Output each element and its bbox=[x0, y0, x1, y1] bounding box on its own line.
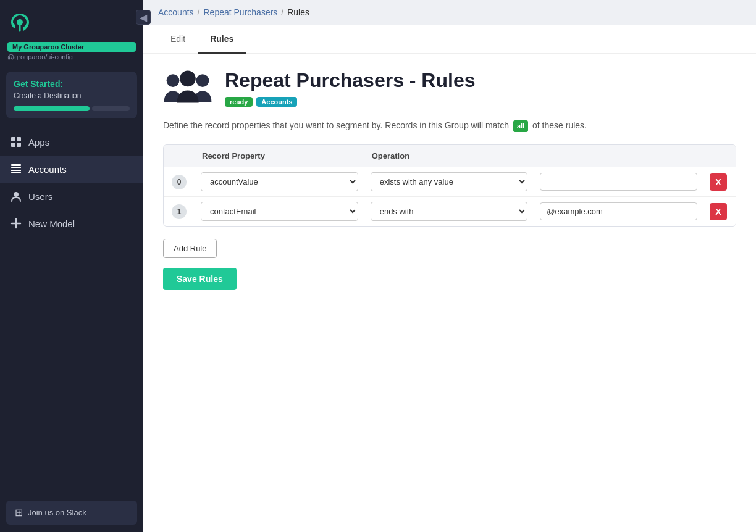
user-icon bbox=[10, 190, 22, 202]
breadcrumb: Accounts / Repeat Purchasers / Rules bbox=[143, 0, 756, 25]
svg-rect-7 bbox=[11, 170, 21, 171]
page-title-block: Repeat Purchasers - Rules ready Accounts bbox=[225, 69, 476, 107]
property-select-0[interactable]: accountValue contactEmail firstName last… bbox=[201, 172, 358, 191]
row-delete-1: X bbox=[704, 198, 736, 225]
index-badge-0: 0 bbox=[172, 175, 187, 189]
logo-icon bbox=[7, 10, 32, 35]
svg-point-9 bbox=[14, 192, 19, 197]
group-avatar-icon bbox=[163, 70, 212, 107]
breadcrumb-sep-2: / bbox=[281, 7, 284, 17]
col-header-value bbox=[534, 145, 704, 167]
get-started-card: Get Started: Create a Destination bbox=[6, 72, 137, 118]
slack-button-label: Join us on Slack bbox=[28, 508, 86, 517]
rules-table: Record Property Operation 0 accountValue… bbox=[163, 144, 736, 227]
row-property-0: accountValue contactEmail firstName last… bbox=[195, 167, 364, 196]
delete-rule-button-1[interactable]: X bbox=[710, 203, 727, 220]
plus-icon bbox=[10, 217, 22, 230]
progress-empty bbox=[92, 106, 130, 111]
svg-rect-2 bbox=[17, 137, 21, 141]
svg-rect-6 bbox=[11, 167, 21, 168]
table-row: 1 accountValue contactEmail firstName la… bbox=[164, 197, 736, 226]
page-header: Repeat Purchasers - Rules ready Accounts bbox=[163, 69, 736, 107]
row-index-1: 1 bbox=[164, 198, 195, 225]
row-property-1: accountValue contactEmail firstName last… bbox=[195, 197, 364, 226]
badge-ready: ready bbox=[225, 97, 253, 107]
value-input-1[interactable] bbox=[540, 202, 697, 220]
row-value-1 bbox=[534, 197, 704, 225]
sidebar-footer: ⊞ Join us on Slack bbox=[0, 493, 143, 532]
all-badge: all bbox=[513, 120, 528, 132]
progress-bar bbox=[14, 106, 130, 111]
col-header-index bbox=[164, 145, 195, 167]
slack-icon: ⊞ bbox=[15, 507, 23, 518]
tabs-bar: Edit Rules bbox=[143, 25, 756, 54]
sidebar-item-label-apps: Apps bbox=[28, 137, 49, 148]
sidebar-item-new-model[interactable]: New Model bbox=[0, 210, 143, 237]
svg-point-12 bbox=[167, 74, 180, 87]
table-icon bbox=[10, 163, 22, 175]
main-content: Accounts / Repeat Purchasers / Rules Edi… bbox=[143, 0, 756, 532]
save-rules-button[interactable]: Save Rules bbox=[163, 268, 237, 290]
tab-edit[interactable]: Edit bbox=[158, 25, 198, 54]
sidebar-item-accounts[interactable]: Accounts bbox=[0, 156, 143, 183]
value-input-0[interactable] bbox=[540, 173, 697, 191]
breadcrumb-sep-1: / bbox=[198, 7, 200, 17]
sidebar-item-label-users: Users bbox=[28, 191, 52, 202]
sidebar-nav: Apps Accounts Users bbox=[0, 126, 143, 493]
index-badge-1: 1 bbox=[172, 204, 187, 219]
svg-point-14 bbox=[180, 70, 196, 86]
get-started-title: Get Started: bbox=[14, 79, 130, 89]
sidebar-item-users[interactable]: Users bbox=[0, 183, 143, 210]
row-delete-0: X bbox=[704, 168, 736, 196]
svg-rect-3 bbox=[11, 143, 15, 147]
sidebar: My Grouparoo Cluster @grouparoo/ui-confi… bbox=[0, 0, 143, 532]
breadcrumb-accounts[interactable]: Accounts bbox=[158, 7, 194, 17]
content-area: Repeat Purchasers - Rules ready Accounts… bbox=[143, 54, 756, 532]
badges: ready Accounts bbox=[225, 97, 476, 107]
breadcrumb-rules: Rules bbox=[287, 7, 309, 17]
svg-point-13 bbox=[196, 74, 209, 87]
delete-rule-button-0[interactable]: X bbox=[710, 173, 727, 191]
col-header-property: Record Property bbox=[195, 145, 364, 167]
get-started-description: Create a Destination bbox=[14, 91, 130, 100]
cluster-sub: @grouparoo/ui-config bbox=[0, 53, 143, 67]
description: Define the record properties that you wa… bbox=[163, 119, 736, 132]
svg-rect-4 bbox=[17, 143, 21, 147]
sidebar-item-label-new-model: New Model bbox=[28, 218, 75, 229]
badge-accounts: Accounts bbox=[256, 97, 297, 107]
tab-rules[interactable]: Rules bbox=[198, 25, 246, 54]
grid-icon bbox=[10, 136, 22, 148]
slack-button[interactable]: ⊞ Join us on Slack bbox=[6, 501, 137, 525]
rules-table-header: Record Property Operation bbox=[164, 145, 736, 167]
sidebar-item-apps[interactable]: Apps bbox=[0, 128, 143, 156]
svg-rect-5 bbox=[11, 164, 21, 166]
property-select-1[interactable]: accountValue contactEmail firstName last… bbox=[201, 202, 358, 221]
col-header-operation: Operation bbox=[364, 145, 534, 167]
col-header-delete bbox=[704, 145, 736, 167]
add-rule-button[interactable]: Add Rule bbox=[163, 239, 217, 258]
svg-rect-1 bbox=[11, 137, 15, 141]
row-operation-0: exists with any value equals does not eq… bbox=[364, 167, 534, 196]
row-operation-1: exists with any value equals does not eq… bbox=[364, 197, 534, 226]
cluster-badge: My Grouparoo Cluster bbox=[7, 42, 136, 52]
description-prefix: Define the record properties that you wa… bbox=[163, 120, 509, 130]
progress-fill bbox=[14, 106, 90, 111]
collapse-sidebar-button[interactable]: ◀ bbox=[136, 10, 151, 25]
table-row: 0 accountValue contactEmail firstName la… bbox=[164, 167, 736, 197]
svg-rect-8 bbox=[11, 172, 21, 173]
description-suffix: of these rules. bbox=[532, 120, 587, 130]
page-title: Repeat Purchasers - Rules bbox=[225, 69, 476, 92]
row-index-0: 0 bbox=[164, 168, 195, 196]
row-value-0 bbox=[534, 168, 704, 196]
sidebar-header bbox=[0, 0, 143, 39]
operation-select-0[interactable]: exists with any value equals does not eq… bbox=[371, 172, 528, 191]
sidebar-item-label-accounts: Accounts bbox=[28, 164, 67, 175]
breadcrumb-repeat-purchasers[interactable]: Repeat Purchasers bbox=[203, 7, 277, 17]
operation-select-1[interactable]: exists with any value equals does not eq… bbox=[371, 202, 528, 221]
